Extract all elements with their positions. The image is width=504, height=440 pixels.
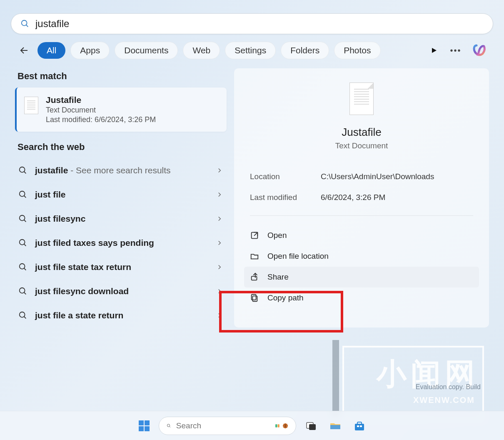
web-result[interactable]: just filesync <box>15 207 227 231</box>
web-result[interactable]: just filesync download <box>15 279 227 303</box>
web-result[interactable]: just file <box>15 182 227 207</box>
svg-line-19 <box>254 232 257 236</box>
preview-panel: Justafile Text Document Location C:\User… <box>234 68 489 328</box>
search-bar[interactable] <box>11 13 493 34</box>
modified-label: Last modified <box>250 193 321 202</box>
basketball-icon <box>282 420 288 431</box>
chevron-right-icon <box>216 167 223 174</box>
search-icon <box>18 214 27 223</box>
action-open[interactable]: Open <box>244 225 479 246</box>
text-document-icon <box>24 97 38 114</box>
svg-point-4 <box>20 167 25 172</box>
taskview-button[interactable] <box>302 417 320 435</box>
start-button[interactable] <box>135 417 153 435</box>
filter-all[interactable]: All <box>37 42 65 59</box>
best-match-header: Best match <box>17 71 227 82</box>
svg-rect-22 <box>252 296 257 301</box>
web-result[interactable]: just file state tax return <box>15 255 227 279</box>
preview-title: Justafile <box>234 126 489 139</box>
svg-point-28 <box>167 424 170 426</box>
svg-line-9 <box>24 220 26 222</box>
action-share[interactable]: Share <box>244 267 479 288</box>
filter-photos[interactable]: Photos <box>334 42 380 59</box>
svg-rect-27 <box>145 426 150 431</box>
chevron-right-icon <box>216 288 223 295</box>
filter-web[interactable]: Web <box>183 42 220 59</box>
web-result-text: just filed taxes says pending <box>35 238 216 248</box>
taskbar-widget-icon <box>275 420 281 431</box>
search-icon <box>18 311 27 320</box>
web-result[interactable]: justafile - See more search results <box>15 158 227 182</box>
best-match-result[interactable]: Justafile Text Document Last modified: 6… <box>15 88 227 132</box>
folder-icon <box>250 252 259 261</box>
search-icon <box>18 166 27 175</box>
filter-row: All Apps Documents Web Settings Folders … <box>0 42 504 59</box>
taskview-icon <box>305 420 317 432</box>
search-icon <box>18 262 27 272</box>
action-open-location[interactable]: Open file location <box>244 246 479 267</box>
svg-point-6 <box>20 191 25 197</box>
filter-apps[interactable]: Apps <box>70 42 110 59</box>
play-button[interactable] <box>426 42 442 59</box>
search-icon <box>167 422 171 430</box>
svg-point-16 <box>20 312 25 318</box>
windows-icon <box>138 420 150 432</box>
back-button[interactable] <box>16 42 32 59</box>
web-result-text: just filesync <box>35 214 216 224</box>
svg-marker-3 <box>432 48 437 53</box>
web-result-text: justafile - See more search results <box>35 165 216 175</box>
svg-line-13 <box>24 268 26 270</box>
search-icon <box>18 238 27 248</box>
filter-folders[interactable]: Folders <box>281 42 329 59</box>
svg-rect-39 <box>360 425 362 427</box>
search-input[interactable] <box>35 18 484 30</box>
evaluation-copy-text: Evaluation copy. Build <box>416 383 481 391</box>
web-result[interactable]: just file a state return <box>15 303 227 328</box>
location-label: Location <box>250 172 321 181</box>
svg-rect-38 <box>357 425 359 427</box>
svg-rect-37 <box>357 422 362 425</box>
svg-line-5 <box>24 172 26 174</box>
svg-rect-35 <box>330 425 340 429</box>
svg-line-17 <box>24 317 26 319</box>
web-result-text: just filesync download <box>35 286 216 296</box>
filter-settings[interactable]: Settings <box>225 42 276 59</box>
best-match-title: Justafile <box>46 95 156 105</box>
play-icon <box>431 47 437 54</box>
taskbar-search-input[interactable] <box>176 421 275 430</box>
best-match-modified: Last modified: 6/6/2024, 3:26 PM <box>46 115 156 124</box>
svg-line-15 <box>24 292 26 295</box>
share-icon <box>250 272 259 282</box>
taskbar-search[interactable] <box>159 417 296 435</box>
svg-rect-34 <box>309 424 316 430</box>
svg-point-14 <box>20 288 25 293</box>
svg-line-1 <box>26 25 28 27</box>
more-button[interactable]: ••• <box>447 42 464 59</box>
web-result-text: just file state tax return <box>35 262 216 272</box>
explorer-button[interactable] <box>326 417 344 435</box>
svg-rect-30 <box>275 424 277 428</box>
chevron-right-icon <box>216 239 223 247</box>
svg-line-29 <box>170 426 170 427</box>
search-web-header: Search the web <box>17 142 227 152</box>
chevron-right-icon <box>216 263 223 271</box>
svg-point-8 <box>20 215 25 221</box>
copilot-icon <box>472 43 487 58</box>
taskbar <box>0 411 504 440</box>
preview-type: Text Document <box>234 141 489 150</box>
svg-rect-25 <box>145 420 150 425</box>
chevron-right-icon <box>216 215 223 222</box>
web-result-text: just file <box>35 190 216 200</box>
best-match-type: Text Document <box>46 106 156 115</box>
action-copy-path[interactable]: Copy path <box>244 288 479 308</box>
store-button[interactable] <box>350 417 369 435</box>
svg-line-11 <box>24 244 26 246</box>
folder-icon <box>329 419 342 432</box>
copilot-button[interactable] <box>472 42 488 59</box>
open-icon <box>250 231 259 240</box>
watermark-url: XWENW.COM <box>413 395 475 405</box>
filter-documents[interactable]: Documents <box>115 42 178 59</box>
web-result[interactable]: just filed taxes says pending <box>15 231 227 255</box>
svg-point-12 <box>20 264 25 269</box>
location-value: C:\Users\AdminUser\Downloads <box>321 172 434 181</box>
